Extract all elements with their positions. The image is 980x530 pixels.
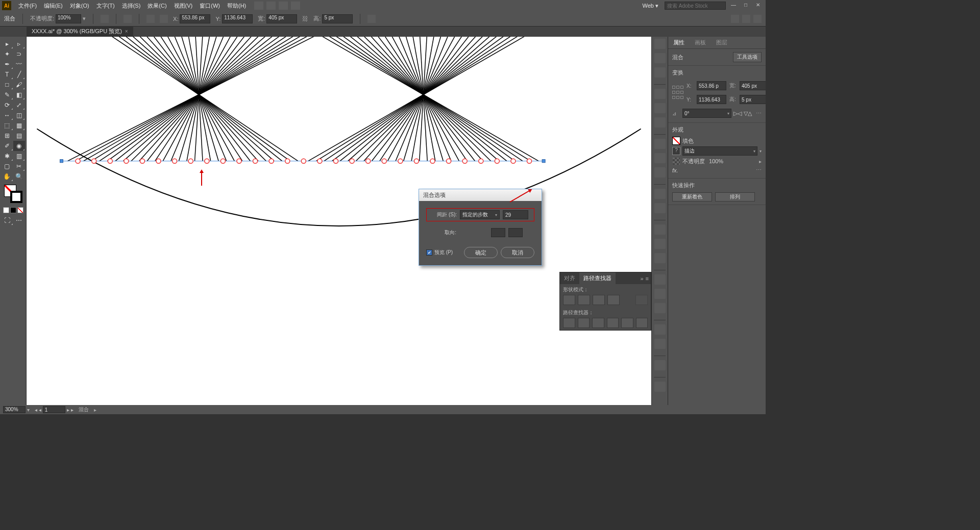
minus-front-button[interactable] [578,295,590,305]
tab-layers[interactable]: 图层 [711,37,732,48]
recolor-icon[interactable] [124,15,132,23]
stock-icon[interactable] [266,2,276,10]
curvature-tool[interactable]: 〰 [13,59,26,69]
tab-align[interactable]: 对齐 [560,272,579,284]
spacing-mode-select[interactable]: 指定的步数 [460,210,500,219]
stroke-swatch-btn[interactable]: ? [672,147,680,155]
menu-window[interactable]: 窗口(W) [197,1,223,11]
spacing-value-input[interactable] [503,210,528,219]
artboard-nav[interactable]: ◂ ◂ ▸ ▸ [35,406,74,413]
perspective-tool[interactable]: ▦ [13,120,26,131]
suit-icon[interactable] [654,274,666,285]
x-input[interactable]: 553.86 px [180,14,210,23]
y-input[interactable]: 1136.643 [222,14,253,23]
ok-button[interactable]: 确定 [464,247,498,258]
symbols-icon[interactable] [654,117,666,128]
w-input[interactable]: 405 px [266,14,297,23]
zoom-input[interactable]: 300% [3,406,26,413]
shape-builder-tool[interactable]: ⬚ [1,120,13,131]
crop-button[interactable] [607,318,619,328]
preview-checkbox[interactable]: ✔预览 (P) [426,249,453,256]
window-minimize[interactable]: — [729,2,738,9]
gradient-panel-icon[interactable] [654,153,666,163]
stroke-swatch[interactable] [10,191,22,203]
pen-tool[interactable]: ✒ [1,59,13,69]
magic-wand-tool[interactable]: ✦ [1,49,13,59]
reference-point-grid[interactable] [672,86,683,100]
line-tool[interactable]: ╱ [13,69,26,80]
cc-icon[interactable] [654,303,666,313]
brush-tool[interactable]: 🖌 [13,80,26,90]
window-close[interactable]: ✕ [753,2,763,9]
gpu-icon[interactable] [291,2,300,10]
opacity-value-label[interactable]: 100% [709,158,723,164]
asset-export-icon[interactable] [654,239,666,249]
libraries-panel-icon[interactable] [654,67,666,78]
artboards-icon[interactable] [654,253,666,263]
graph-tool[interactable]: ▥ [13,151,26,161]
gradient-tool[interactable]: ▤ [13,131,26,141]
eyedropper-tool[interactable]: ✐ [1,141,13,151]
mesh-tool[interactable]: ⊞ [1,131,13,141]
trim-button[interactable] [578,318,590,328]
menu-select[interactable]: 选择(S) [119,1,144,11]
panel-menu-icon[interactable]: ≡ [646,275,649,282]
orient-path-button[interactable] [508,228,523,237]
menu-edit[interactable]: 编辑(E) [41,1,66,11]
lasso-tool[interactable]: ⊃ [13,49,26,59]
transform-panel-icon[interactable] [654,360,666,370]
panel-toggle-3-icon[interactable] [753,15,762,23]
cancel-button[interactable]: 取消 [501,247,534,258]
prop-y-input[interactable] [697,95,726,104]
direct-select-tool[interactable]: ▹ [13,39,26,49]
stroke-weight-input[interactable]: 描边 [682,146,757,156]
artboard-index-input[interactable] [43,406,65,413]
edit-toolbar[interactable]: ⋯ [13,215,26,225]
menu-view[interactable]: 视图(V) [171,1,196,11]
color-mode-gradient[interactable] [10,207,16,213]
color-panel-icon[interactable] [654,39,666,49]
rectangle-tool[interactable]: □ [1,80,13,90]
align-icon[interactable] [146,15,155,23]
arrange-docs-icon[interactable] [279,2,288,10]
isolate-icon[interactable] [368,15,376,23]
shaper-tool[interactable]: ✎ [1,90,13,100]
blend-tool[interactable]: ◉ [13,141,26,151]
free-transform-tool[interactable]: ◫ [13,110,26,120]
properties-panel-icon[interactable] [654,53,666,63]
menu-file[interactable]: 文件(F) [15,1,40,11]
bridge-icon[interactable] [254,2,263,10]
color-mode-fill[interactable] [3,207,9,213]
symbol-spray-tool[interactable]: ✱ [1,151,13,161]
merge-button[interactable] [592,318,604,328]
panel-toggle-1-icon[interactable] [731,15,739,23]
search-input[interactable] [665,2,726,10]
transform-more-icon[interactable]: ⋯ [756,110,762,117]
layers-icon[interactable] [654,224,666,235]
opacity-input[interactable]: 100% [56,14,81,23]
fill-swatch-btn[interactable] [672,137,680,145]
prop-x-input[interactable] [697,81,726,90]
canvas-area[interactable] [27,37,651,405]
link-wh-icon[interactable]: ⛓ [302,15,308,22]
type-tool[interactable]: T [1,69,13,80]
zoom-tool[interactable]: 🔍 [13,171,26,182]
prop-h-input[interactable] [740,95,766,104]
tab-pathfinder[interactable]: 路径查找器 [579,272,616,284]
panel-toggle-2-icon[interactable] [742,15,750,23]
color-mode-none[interactable] [17,207,23,213]
brushes-icon[interactable] [654,103,666,113]
menu-object[interactable]: 对象(O) [67,1,92,11]
flip-v-icon[interactable]: ▽△ [744,110,752,117]
scale-tool[interactable]: ⤢ [13,100,26,110]
fx-label[interactable]: fx. [672,167,678,173]
hand-tool[interactable]: ✋ [1,171,13,182]
minus-back-button[interactable] [636,318,648,328]
recolor-button[interactable]: 重新着色 [672,192,712,201]
diamond-icon[interactable] [654,289,666,299]
actions-icon[interactable] [654,382,666,392]
tab-properties[interactable]: 属性 [668,37,690,48]
style-icon[interactable] [101,15,109,23]
eraser-tool[interactable]: ◧ [13,90,26,100]
slice-tool[interactable]: ✂ [13,161,26,171]
